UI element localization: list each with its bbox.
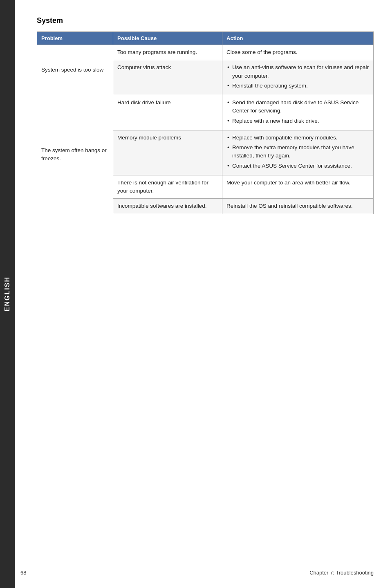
page-number: 68 [20,570,26,576]
troubleshoot-table: Problem Possible Cause Action System spe… [37,31,374,214]
cell-cause: Computer virus attack [113,60,222,95]
cell-cause: Hard disk drive failure [113,95,222,130]
action-bullet: Send the damaged hard disk drive to ASUS… [226,99,369,115]
section-title: System [37,16,374,25]
table-header-row: Problem Possible Cause Action [37,32,374,45]
sidebar-label: ENGLISH [4,276,11,311]
action-bullet: Replace with compatible memory modules. [226,134,369,142]
header-possible-cause: Possible Cause [113,32,222,45]
chapter-label: Chapter 7: Troubleshooting [309,570,374,576]
action-bullet: Replace with a new hard disk drive. [226,117,369,125]
cell-action: Move your computer to an area with bette… [222,175,374,199]
cell-action: Close some of the programs. [222,45,374,60]
action-bullet: Remove the extra memory modules that you… [226,144,369,160]
cell-cause: Memory module problems [113,130,222,175]
table-row: The system often hangs or freezes.Hard d… [37,95,374,130]
action-bullet: Contact the ASUS Service Center for assi… [226,162,369,170]
cell-problem: System speed is too slow [37,45,113,95]
header-problem: Problem [37,32,113,45]
cell-cause: Incompatible softwares are installed. [113,199,222,214]
cell-cause: Too many programs are running. [113,45,222,60]
cell-action: Send the damaged hard disk drive to ASUS… [222,95,374,130]
cell-cause: There is not enough air ventilation for … [113,175,222,199]
cell-action: Replace with compatible memory modules.R… [222,130,374,175]
action-bullet: Use an anti-virus software to scan for v… [226,63,369,80]
sidebar: ENGLISH [0,0,15,588]
cell-problem: The system often hangs or freezes. [37,95,113,214]
cell-action: Reinstall the OS and reinstall compatibl… [222,199,374,214]
footer: 68 Chapter 7: Troubleshooting [20,567,374,576]
cell-action: Use an anti-virus software to scan for v… [222,60,374,95]
header-action: Action [222,32,374,45]
main-content: System Problem Possible Cause Action Sys… [20,0,390,247]
table-row: System speed is too slowToo many program… [37,45,374,60]
action-bullet: Reinstall the operating system. [226,82,369,90]
